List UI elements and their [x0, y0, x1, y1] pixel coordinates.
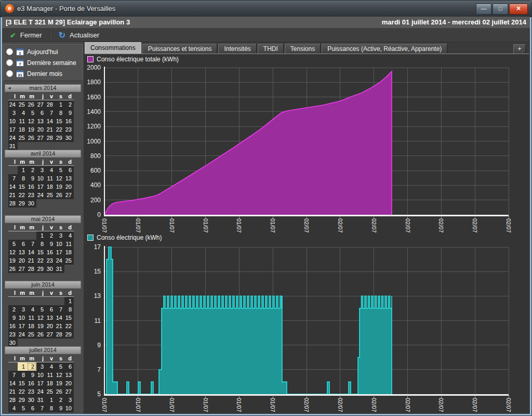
calendar-day[interactable]: 6 [64, 166, 74, 175]
calendar-day[interactable]: 9 [55, 404, 64, 412]
calendar-day[interactable]: 6 [36, 109, 46, 117]
calendar-day[interactable]: 22 [36, 256, 46, 265]
calendar-day[interactable]: 12 [8, 248, 18, 256]
calendar-day[interactable]: 7 [36, 404, 46, 412]
calendar-day[interactable]: 20 [64, 183, 74, 191]
calendar-day[interactable]: 28 [27, 265, 36, 273]
calendar-day[interactable]: 7 [8, 174, 18, 183]
calendar-day[interactable]: 20 [18, 256, 27, 265]
calendar-day[interactable]: 1 [64, 297, 74, 306]
calendar-day[interactable]: 26 [27, 100, 36, 109]
calendar-day[interactable]: 10 [55, 240, 64, 248]
calendar-day[interactable]: 7 [55, 305, 64, 314]
calendar-day[interactable]: 15 [55, 117, 64, 125]
calendar-day[interactable]: 2 [55, 396, 64, 404]
calendar-day[interactable]: 19 [55, 183, 64, 191]
calendar-day[interactable]: 11 [18, 117, 27, 125]
calendar-day[interactable]: 3 [64, 396, 74, 404]
calendar-day[interactable]: 15 [64, 314, 74, 322]
calendar-day[interactable]: 8 [18, 371, 27, 379]
calendar-day[interactable]: 25 [27, 330, 36, 339]
calendar-day[interactable]: 18 [18, 125, 27, 134]
calendar-day[interactable]: 30 [64, 134, 74, 142]
calendar-day[interactable]: 23 [46, 256, 55, 265]
calendar-day[interactable]: 22 [64, 322, 74, 330]
calendar-day[interactable]: 21 [8, 191, 18, 199]
calendar-day[interactable]: 6 [46, 305, 55, 314]
next-month-arrow[interactable]: ► [74, 85, 78, 92]
calendar-day[interactable]: 10 [18, 314, 27, 322]
calendar-day[interactable]: 16 [8, 322, 18, 330]
calendar-day[interactable]: 11 [46, 174, 55, 183]
calendar-day[interactable]: 5 [55, 362, 64, 371]
calendar-day[interactable]: 20 [46, 322, 55, 330]
quick-range-2[interactable]: 31Dernier mois [4, 68, 82, 79]
calendar-day[interactable]: 20 [36, 125, 46, 134]
calendar-day[interactable]: 16 [46, 248, 55, 256]
calendar-day[interactable]: 16 [27, 183, 36, 191]
calendar-day[interactable]: 15 [18, 183, 27, 191]
calendar-day[interactable]: 3 [8, 109, 18, 117]
calendar-day[interactable]: 25 [18, 134, 27, 142]
maximize-button[interactable]: □ [493, 4, 508, 15]
calendar-day[interactable]: 13 [18, 248, 27, 256]
calendar-day[interactable]: 12 [55, 174, 64, 183]
calendar-day[interactable]: 14 [55, 314, 64, 322]
calendar-day[interactable]: 12 [55, 371, 64, 379]
calendar-day[interactable]: 22 [55, 125, 64, 134]
calendar-day[interactable]: 4 [18, 109, 27, 117]
calendar-day[interactable]: 24 [18, 330, 27, 339]
calendar-day[interactable]: 24 [36, 191, 46, 199]
calendar-day[interactable]: 25 [46, 191, 55, 199]
tab-consommations[interactable]: Consommations [85, 42, 141, 54]
calendar-day[interactable]: 17 [36, 379, 46, 387]
radio-button[interactable] [6, 70, 13, 77]
calendar-day[interactable]: 27 [64, 191, 74, 199]
calendar-day[interactable]: 16 [27, 379, 36, 387]
calendar-day[interactable]: 17 [18, 322, 27, 330]
calendar-day[interactable]: 24 [36, 387, 46, 396]
calendar-day[interactable]: 7 [8, 371, 18, 379]
calendar-day[interactable]: 14 [8, 379, 18, 387]
calendar-day[interactable]: 1 [46, 396, 55, 404]
calendar-day[interactable]: 24 [8, 134, 18, 142]
calendar-day[interactable]: 26 [55, 387, 64, 396]
calendar-day[interactable]: 11 [64, 240, 74, 248]
calendar-day[interactable]: 28 [46, 100, 55, 109]
calendar-day[interactable]: 14 [27, 248, 36, 256]
close-button[interactable]: ✕ [509, 4, 528, 15]
calendar-day[interactable]: 17 [8, 125, 18, 134]
calendar-day[interactable]: 28 [55, 330, 64, 339]
calendar-day[interactable]: 3 [36, 362, 46, 371]
calendar-day[interactable]: 21 [46, 125, 55, 134]
calendar-day[interactable]: 31 [8, 142, 18, 150]
calendar-day[interactable]: 6 [64, 362, 74, 371]
calendar-day[interactable]: 14 [8, 183, 18, 191]
calendar-day[interactable]: 21 [55, 322, 64, 330]
calendar-day[interactable]: 8 [55, 109, 64, 117]
quick-range-0[interactable]: 1Aujourd'hui [4, 46, 82, 57]
prev-month-arrow[interactable]: ◄ [7, 85, 11, 92]
calendar-day[interactable]: 30 [27, 199, 36, 207]
calendar-day[interactable]: 7 [27, 240, 36, 248]
calendar-day[interactable]: 25 [64, 256, 74, 265]
calendar-day[interactable]: 4 [46, 362, 55, 371]
calendar-day[interactable]: 1 [18, 362, 27, 371]
calendar-day[interactable]: 29 [36, 265, 46, 273]
calendar-day[interactable]: 28 [46, 134, 55, 142]
fermer-button[interactable]: ✔ Fermer [2, 29, 50, 42]
calendar-day[interactable]: 30 [46, 265, 55, 273]
calendar-day[interactable]: 11 [46, 371, 55, 379]
calendar-day[interactable]: 4 [46, 166, 55, 175]
calendar-day[interactable]: 2 [46, 231, 55, 240]
radio-button[interactable] [6, 48, 13, 55]
calendar-day[interactable]: 23 [64, 125, 74, 134]
calendar-day[interactable]: 25 [46, 387, 55, 396]
calendar-day[interactable]: 2 [64, 100, 74, 109]
calendar-day[interactable]: 18 [46, 379, 55, 387]
calendar-day[interactable]: 31 [55, 265, 64, 273]
calendar-day[interactable]: 27 [64, 387, 74, 396]
calendar-day[interactable]: 9 [46, 240, 55, 248]
calendar-day[interactable]: 5 [27, 109, 36, 117]
calendar-day[interactable]: 7 [46, 109, 55, 117]
